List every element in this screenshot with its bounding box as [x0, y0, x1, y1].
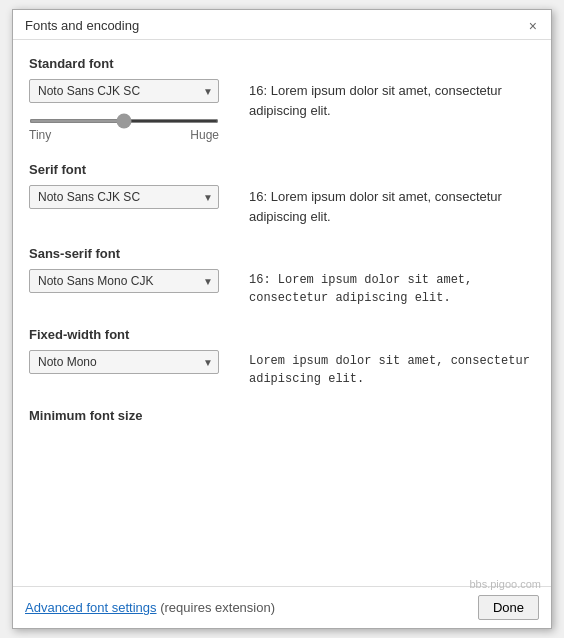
minimum-font-size-label: Minimum font size	[29, 408, 535, 423]
sans-serif-font-row: Noto Sans Mono CJK ▼ 16: Lorem ipsum dol…	[29, 269, 535, 307]
sans-serif-font-select[interactable]: Noto Sans Mono CJK	[29, 269, 219, 293]
sans-serif-font-section: Sans-serif font Noto Sans Mono CJK ▼ 16:…	[29, 246, 535, 307]
standard-font-preview-text: 16: Lorem ipsum dolor sit amet, consecte…	[249, 83, 502, 118]
serif-font-select[interactable]: Noto Sans CJK SC	[29, 185, 219, 209]
fixed-width-font-left: Noto Mono ▼	[29, 350, 229, 374]
fixed-width-font-label: Fixed-width font	[29, 327, 535, 342]
serif-font-label: Serif font	[29, 162, 535, 177]
fixed-width-font-preview-text: Lorem ipsum dolor sit amet, consectetur …	[249, 354, 530, 386]
watermark: bbs.pigoo.com	[469, 578, 541, 590]
fixed-width-font-select-wrapper: Noto Mono ▼	[29, 350, 219, 374]
standard-font-preview: 16: Lorem ipsum dolor sit amet, consecte…	[249, 79, 535, 120]
standard-font-row: Noto Sans CJK SC ▼ Tiny Huge 16: Lorem i…	[29, 79, 535, 142]
sans-serif-font-select-wrapper: Noto Sans Mono CJK ▼	[29, 269, 219, 293]
serif-font-left: Noto Sans CJK SC ▼	[29, 185, 229, 209]
slider-max-label: Huge	[190, 128, 219, 142]
fixed-width-font-preview: Lorem ipsum dolor sit amet, consectetur …	[249, 350, 535, 388]
serif-font-section: Serif font Noto Sans CJK SC ▼ 16: Lorem …	[29, 162, 535, 226]
sans-serif-font-label: Sans-serif font	[29, 246, 535, 261]
done-button[interactable]: Done	[478, 595, 539, 620]
fixed-width-font-select[interactable]: Noto Mono	[29, 350, 219, 374]
title-bar: Fonts and encoding ×	[13, 10, 551, 40]
serif-font-select-wrapper: Noto Sans CJK SC ▼	[29, 185, 219, 209]
advanced-font-settings-link[interactable]: Advanced font settings	[25, 600, 157, 615]
standard-font-section: Standard font Noto Sans CJK SC ▼ Tiny Hu…	[29, 56, 535, 142]
fixed-width-font-row: Noto Mono ▼ Lorem ipsum dolor sit amet, …	[29, 350, 535, 388]
fonts-encoding-dialog: Fonts and encoding × Standard font Noto …	[12, 9, 552, 629]
footer: Advanced font settings (requires extensi…	[13, 586, 551, 628]
sans-serif-font-left: Noto Sans Mono CJK ▼	[29, 269, 229, 293]
serif-font-row: Noto Sans CJK SC ▼ 16: Lorem ipsum dolor…	[29, 185, 535, 226]
font-size-slider[interactable]	[29, 119, 219, 123]
dialog-content: Standard font Noto Sans CJK SC ▼ Tiny Hu…	[13, 40, 551, 586]
standard-font-label: Standard font	[29, 56, 535, 71]
advanced-footer-left: Advanced font settings (requires extensi…	[25, 600, 275, 615]
standard-font-select[interactable]: Noto Sans CJK SC	[29, 79, 219, 103]
slider-min-label: Tiny	[29, 128, 51, 142]
standard-font-left: Noto Sans CJK SC ▼ Tiny Huge	[29, 79, 229, 142]
sans-serif-font-preview-text: 16: Lorem ipsum dolor sit amet, consecte…	[249, 273, 472, 305]
dialog-title: Fonts and encoding	[25, 18, 139, 33]
standard-font-slider-container: Tiny Huge	[29, 111, 219, 142]
standard-font-select-wrapper: Noto Sans CJK SC ▼	[29, 79, 219, 103]
serif-font-preview: 16: Lorem ipsum dolor sit amet, consecte…	[249, 185, 535, 226]
advanced-note: (requires extension)	[157, 600, 276, 615]
sans-serif-font-preview: 16: Lorem ipsum dolor sit amet, consecte…	[249, 269, 535, 307]
fixed-width-font-section: Fixed-width font Noto Mono ▼ Lorem ipsum…	[29, 327, 535, 388]
serif-font-preview-text: 16: Lorem ipsum dolor sit amet, consecte…	[249, 189, 502, 224]
close-button[interactable]: ×	[527, 19, 539, 33]
slider-labels: Tiny Huge	[29, 128, 219, 142]
minimum-font-size-section: Minimum font size	[29, 408, 535, 423]
